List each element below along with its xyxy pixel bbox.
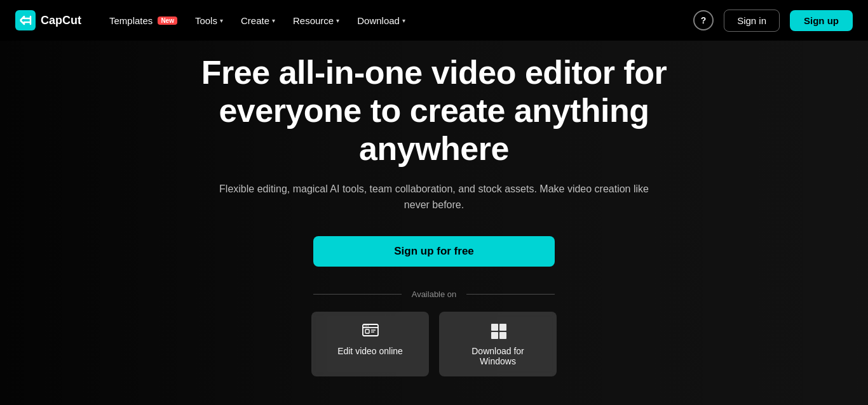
logo[interactable]: CapCut xyxy=(15,10,81,30)
create-chevron-icon: ▾ xyxy=(272,17,275,24)
hero-content: Free all-in-one video editor for everyon… xyxy=(148,54,720,376)
nav-item-resource[interactable]: Resource ▾ xyxy=(285,10,347,31)
resource-chevron-icon: ▾ xyxy=(336,17,339,24)
hero-section: Free all-in-one video editor for everyon… xyxy=(0,0,868,405)
signup-button[interactable]: Sign up xyxy=(790,10,853,31)
create-label: Create xyxy=(241,15,269,26)
svg-rect-3 xyxy=(365,329,369,333)
nav-item-download[interactable]: Download ▾ xyxy=(349,10,413,31)
nav-item-tools[interactable]: Tools ▾ xyxy=(187,10,231,31)
platform-buttons: Edit video online Download for Windows xyxy=(311,312,557,376)
navbar: CapCut Templates New Tools ▾ Create ▾ Re… xyxy=(0,0,868,41)
edit-online-button[interactable]: Edit video online xyxy=(311,312,429,376)
svg-rect-11 xyxy=(491,332,498,339)
windows-icon xyxy=(489,322,507,340)
nav-right: ? Sign in Sign up xyxy=(693,10,853,32)
svg-rect-10 xyxy=(499,324,506,331)
templates-label: Templates xyxy=(109,15,153,26)
help-button[interactable]: ? xyxy=(693,10,714,30)
edit-online-label: Edit video online xyxy=(337,346,403,356)
browser-icon xyxy=(362,322,379,340)
nav-item-templates[interactable]: Templates New xyxy=(102,10,185,31)
svg-point-8 xyxy=(367,325,369,326)
logo-text: CapCut xyxy=(41,14,81,27)
capcut-logo-icon xyxy=(15,10,36,30)
signin-button[interactable]: Sign in xyxy=(724,10,780,32)
templates-badge: New xyxy=(158,17,177,25)
resource-label: Resource xyxy=(293,15,334,26)
download-label: Download xyxy=(357,15,400,26)
hero-subtitle: Flexible editing, magical AI tools, team… xyxy=(218,181,650,213)
download-chevron-icon: ▾ xyxy=(402,17,405,24)
nav-item-create[interactable]: Create ▾ xyxy=(233,10,283,31)
svg-rect-0 xyxy=(15,10,36,30)
svg-rect-9 xyxy=(491,324,498,331)
svg-point-7 xyxy=(366,325,367,326)
download-windows-label: Download for Windows xyxy=(457,346,539,366)
svg-rect-12 xyxy=(499,332,506,339)
tools-chevron-icon: ▾ xyxy=(220,17,223,24)
hero-title: Free all-in-one video editor for everyon… xyxy=(148,54,720,168)
cta-signup-button[interactable]: Sign up for free xyxy=(313,236,555,267)
available-on-label: Available on xyxy=(313,289,555,299)
download-windows-button[interactable]: Download for Windows xyxy=(439,312,557,376)
help-icon: ? xyxy=(701,15,707,25)
tools-label: Tools xyxy=(195,15,217,26)
nav-links: Templates New Tools ▾ Create ▾ Resource … xyxy=(102,10,673,31)
svg-point-6 xyxy=(364,325,365,326)
